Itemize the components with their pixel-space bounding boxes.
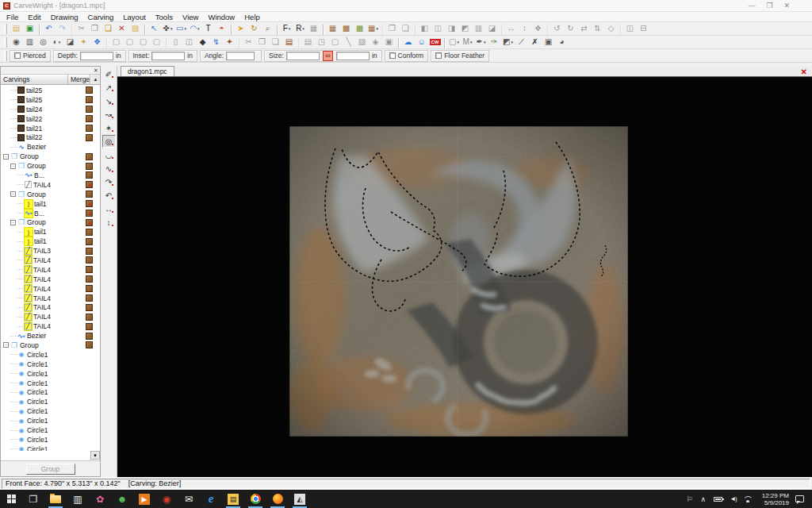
tree-item[interactable]: ◉Circle1 — [1, 379, 100, 388]
conform-checkbox[interactable] — [389, 52, 396, 59]
pen-handle-tool[interactable]: ✐ — [102, 67, 116, 80]
merge-board-icon[interactable] — [86, 275, 93, 283]
puzzle-tool-button[interactable]: ✦ — [77, 37, 90, 48]
pen-tool-button[interactable]: ✒▾ — [474, 37, 488, 48]
outline-tool-button[interactable]: ▢▾ — [447, 37, 461, 48]
people-app[interactable]: ☻ — [111, 490, 133, 508]
arc-nodes-tool[interactable]: ◡ — [102, 148, 116, 161]
carvings-column-header[interactable]: Carvings — [1, 75, 68, 84]
close-document-icon[interactable]: ✕ — [796, 67, 812, 76]
file-explorer[interactable] — [44, 490, 67, 508]
tree-item[interactable]: ╱TAIL4 — [1, 321, 100, 331]
callout-tool-button[interactable]: ◕ — [555, 37, 569, 48]
tree-item[interactable]: ╱TAIL4 — [1, 284, 100, 294]
new-file-button[interactable]: ▤ — [10, 23, 23, 35]
merge-board-icon[interactable] — [86, 96, 93, 103]
board-plain-button[interactable]: ▦▾ — [366, 23, 380, 35]
chisel-tool-button[interactable]: ⟋ — [515, 37, 528, 48]
tree-expander[interactable]: - — [3, 342, 9, 348]
scan-probe-button[interactable]: ☁ — [401, 37, 415, 48]
merge-board-icon[interactable] — [86, 266, 93, 273]
merge-board-icon[interactable] — [86, 229, 93, 236]
tree-item[interactable]: ╱TAIL4 — [1, 312, 100, 321]
tree-item[interactable]: tail24 — [1, 105, 100, 114]
board-grid-button[interactable]: ▩ — [339, 23, 353, 35]
chrome-browser[interactable] — [244, 490, 266, 508]
tree-item[interactable]: ╱TAIL3 — [1, 246, 100, 256]
menu-item-window[interactable]: Window — [203, 13, 239, 21]
text-tool-button[interactable]: T — [201, 23, 215, 35]
merge-board-icon[interactable] — [86, 87, 93, 94]
node-spark-tool[interactable]: ✶ — [102, 121, 116, 134]
carvewright-store-button[interactable]: CW — [428, 37, 442, 48]
scroll-down-button[interactable]: ▼ — [90, 451, 100, 460]
tree-item[interactable]: tail21 — [1, 124, 100, 133]
select-tool-button[interactable]: ↖ — [147, 23, 161, 35]
merge-board-icon[interactable] — [86, 314, 93, 321]
node-line-up-tool[interactable]: ↗ — [102, 81, 116, 94]
tree-item[interactable]: ∿▪B... — [1, 171, 100, 180]
edge-browser[interactable]: e — [200, 490, 222, 508]
group-button[interactable]: Group — [26, 464, 75, 475]
taskbar-clock[interactable]: 12:29 PM 5/9/2019 — [756, 492, 795, 506]
tree-item[interactable]: -❐Group — [1, 341, 100, 350]
pierced-checkbox[interactable] — [14, 52, 21, 59]
merge-board-icon[interactable] — [86, 125, 93, 132]
menu-item-tools[interactable]: Tools — [151, 13, 178, 21]
stamp-tool-button[interactable]: ◎ — [36, 37, 50, 48]
merge-board-icon[interactable] — [86, 304, 93, 311]
board-texture-button[interactable]: ▩ — [353, 23, 366, 35]
merge-board-icon[interactable] — [86, 153, 93, 160]
depth-input[interactable] — [80, 52, 113, 60]
segment-horizontal-tool[interactable]: ↔ — [102, 202, 116, 215]
carving-board-image[interactable] — [289, 126, 628, 437]
merge-board-icon[interactable] — [86, 200, 93, 207]
curve-ccw-tool[interactable]: ↶ — [102, 189, 116, 202]
tree-item[interactable]: ◉Circle1 — [1, 350, 100, 360]
document-tab[interactable]: dragon1.mpc — [121, 66, 174, 76]
tree-item[interactable]: ◉Circle1 — [1, 435, 100, 444]
tray-pin-icon[interactable]: ⚐ — [682, 495, 696, 503]
carving-tools-button[interactable]: ✗ — [528, 37, 542, 48]
node-curve-tool[interactable]: ↝ — [102, 108, 116, 121]
tree-item[interactable]: ◉Circle1 — [1, 397, 100, 406]
toolbar-grip[interactable] — [4, 24, 7, 34]
tree-item[interactable]: }tail1 — [1, 227, 100, 237]
node-edit-tool-button[interactable]: ✜▾ — [161, 23, 174, 35]
shear-tool-button[interactable]: ◪ — [63, 37, 77, 48]
tree-item[interactable]: ◉Circle1 — [1, 360, 100, 369]
minimize-button[interactable]: — — [748, 2, 755, 10]
tree-item[interactable]: tail22 — [1, 133, 100, 142]
menu-item-drawing[interactable]: Drawing — [46, 13, 83, 21]
size-height-input[interactable] — [336, 52, 370, 60]
feather-tool-button[interactable]: ✑ — [488, 37, 501, 48]
photos-app[interactable]: ◭ — [289, 490, 311, 508]
rear-view-button[interactable]: R▾ — [293, 23, 307, 35]
frame-tool-button[interactable]: ▣ — [542, 37, 555, 48]
drag-knife-tool-button[interactable]: ◆ — [196, 37, 209, 48]
pattern-book-button[interactable]: ▤ — [282, 37, 296, 48]
extrude-tool-button[interactable]: ◉ — [10, 37, 23, 48]
merge-board-icon[interactable] — [86, 333, 93, 340]
tree-item[interactable]: ╱TAIL4 — [1, 302, 100, 312]
close-button[interactable]: ✕ — [783, 2, 790, 10]
texture-tool-button[interactable]: ◐▾ — [50, 37, 63, 48]
merge-column-header[interactable]: Merge — [68, 75, 90, 84]
notification-center-icon[interactable] — [795, 495, 804, 502]
tree-item[interactable]: -❐Group — [1, 152, 100, 161]
menu-item-file[interactable]: File — [2, 13, 23, 21]
undo-button[interactable]: ↶ — [42, 23, 56, 35]
tray-chevron-icon[interactable]: ∧ — [697, 495, 710, 503]
save-button[interactable]: ▣ — [23, 23, 36, 35]
column-tool-button[interactable]: ▥ — [23, 37, 36, 48]
arc-tool-button[interactable]: ◠▾ — [188, 23, 201, 35]
zoom-tool-button[interactable]: ⌕ — [261, 23, 274, 35]
user-guide-button[interactable]: ☺ — [415, 37, 428, 48]
volume-icon[interactable]: ◄) — [726, 495, 740, 502]
menu-item-carving[interactable]: Carving — [83, 13, 119, 21]
menu-item-layout[interactable]: Layout — [118, 13, 151, 21]
merge-board-icon[interactable] — [86, 341, 93, 348]
tree-item[interactable]: ◉Circle1 — [1, 406, 100, 416]
menu-item-edit[interactable]: Edit — [23, 13, 45, 21]
stamp-press-tool-button[interactable]: ◩▾ — [501, 37, 515, 48]
